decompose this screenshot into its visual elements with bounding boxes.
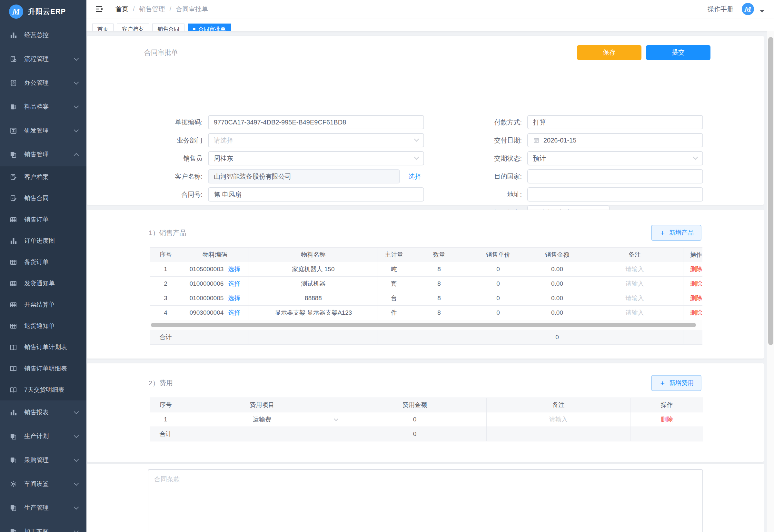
products-title: 1）销售产品 (149, 228, 186, 237)
breadcrumb-home[interactable]: 首页 (115, 5, 128, 14)
customer-pick-link[interactable]: 选择 (408, 172, 421, 181)
row-delete-link[interactable]: 删除 (690, 280, 702, 287)
copy-doc-icon (10, 504, 17, 512)
row-delete-link[interactable]: 删除 (661, 416, 673, 423)
sidebar-item-sales-report[interactable]: 销售报表 (0, 400, 86, 424)
payment-input[interactable]: 打算 (527, 115, 703, 129)
sidebar-item-return-notice[interactable]: 退货通知单 (0, 315, 86, 337)
products-header: 1）销售产品 ＋新增产品 (87, 210, 764, 241)
sidebar-item-processing-workshop[interactable]: 加工车间 (0, 520, 86, 532)
add-product-button[interactable]: ＋新增产品 (651, 225, 701, 241)
chevron-down-icon (74, 480, 79, 486)
sidebar-nav: 经营总控 流程管理 办公管理 料品档案 研发管理 销售管理 (0, 23, 86, 532)
sidebar-item-production-plan[interactable]: 生产计划 (0, 424, 86, 448)
open-book-icon (10, 386, 17, 394)
table-grid-icon (10, 259, 17, 266)
doc-code-input[interactable]: 9770CA17-3497-4DB2-995E-B49E9CF61BD8 (208, 115, 424, 129)
product-row: 1 0105000003选择 家庭机器人 150 吨 8 0 0.00 删除 (150, 262, 703, 277)
chevron-down-icon (414, 136, 419, 142)
add-fee-button[interactable]: ＋新增费用 (651, 375, 701, 391)
row-select-link[interactable]: 选择 (228, 280, 240, 287)
breadcrumb-separator: / (133, 5, 135, 13)
salesman-label: 销售员 (110, 154, 208, 163)
remark-input[interactable] (590, 309, 679, 316)
sidebar-item-production-mgmt[interactable]: 生产管理 (0, 496, 86, 520)
sidebar-item-process-mgmt[interactable]: 流程管理 (0, 47, 86, 71)
delivery-status-select[interactable]: 预计 (527, 151, 703, 165)
dest-country-input[interactable] (527, 169, 703, 183)
table-grid-icon (10, 322, 17, 330)
department-select[interactable]: 请选择 (208, 133, 424, 147)
sidebar-item-office-mgmt[interactable]: 办公管理 (0, 71, 86, 95)
address-input[interactable] (527, 187, 703, 202)
avatar[interactable]: M (742, 3, 754, 15)
copy-doc-icon (10, 151, 17, 158)
save-button[interactable]: 保存 (577, 45, 641, 60)
sidebar-item-business-overview[interactable]: 经营总控 (0, 23, 86, 47)
chevron-down-icon (334, 417, 338, 421)
delivery-date-label: 交付日期: (451, 136, 527, 145)
topbar-right: 操作手册 M (708, 3, 764, 15)
tab-customer-archive[interactable]: 客户档案 (117, 24, 149, 31)
remark-input[interactable] (590, 266, 679, 273)
sidebar-item-sales-order[interactable]: 销售订单 (0, 209, 86, 230)
breadcrumb-section[interactable]: 销售管理 (139, 5, 165, 14)
row-select-link[interactable]: 选择 (228, 309, 240, 316)
sidebar-item-rnd-mgmt[interactable]: 研发管理 (0, 119, 86, 143)
main-content: 合同审批单 保存 提交 单据编码: 9770CA17-3497-4DB2-995… (86, 31, 764, 532)
sidebar-item-7day-delivery-detail[interactable]: 7天交货明细表 (0, 379, 86, 400)
col-price: 销售单价 (468, 248, 528, 262)
calendar-icon (533, 137, 540, 143)
sidebar: M 升阳云ERP 经营总控 流程管理 办公管理 料品档案 研发管理 (0, 0, 86, 532)
row-select-link[interactable]: 选择 (228, 266, 240, 272)
tags-view-bar: 首页 客户档案 销售合同 合同审批单 (86, 18, 774, 31)
contract-form-card: 合同审批单 保存 提交 单据编码: 9770CA17-3497-4DB2-995… (87, 36, 764, 205)
contract-terms-textarea[interactable] (148, 469, 703, 532)
submit-button[interactable]: 提交 (646, 45, 710, 60)
row-delete-link[interactable]: 删除 (690, 266, 702, 272)
form-body: 单据编码: 9770CA17-3497-4DB2-995E-B49E9CF61B… (87, 69, 764, 205)
sidebar-item-workshop-settings[interactable]: 车间设置 (0, 472, 86, 496)
row-select-link[interactable]: 选择 (228, 295, 240, 301)
sidebar-item-invoice-settlement[interactable]: 开票结算单 (0, 294, 86, 315)
fees-table-wrap: 序号 费用项目 费用金额 备注 操作 1 运输费 0 删除 (150, 398, 703, 441)
tab-sales-contract[interactable]: 销售合同 (152, 24, 184, 31)
sidebar-item-stock-order[interactable]: 备货订单 (0, 251, 86, 273)
sidebar-item-shipping-notice[interactable]: 发货通知单 (0, 273, 86, 294)
manual-link[interactable]: 操作手册 (708, 5, 733, 14)
remark-input[interactable] (590, 295, 679, 302)
vertical-scrollbar[interactable] (767, 31, 774, 532)
col-amount: 销售金额 (528, 248, 586, 262)
table-grid-icon (10, 216, 17, 223)
salesman-select[interactable]: 周桂东 (208, 151, 424, 165)
sidebar-fold-icon[interactable] (95, 5, 103, 13)
sidebar-item-order-progress[interactable]: 订单进度图 (0, 230, 86, 251)
chevron-down-icon (74, 433, 79, 438)
row-delete-link[interactable]: 删除 (690, 295, 702, 301)
fee-item-select[interactable]: 运输费 (181, 412, 343, 427)
app-name: 升阳云ERP (28, 7, 66, 16)
chevron-down-icon (74, 528, 79, 532)
tab-home[interactable]: 首页 (92, 24, 114, 31)
tab-contract-approval[interactable]: 合同审批单 (188, 24, 231, 31)
delivery-date-picker[interactable]: 2026-01-15 (527, 133, 703, 147)
contract-no-input[interactable]: 第 电风扇 (208, 187, 424, 202)
row-delete-link[interactable]: 删除 (690, 309, 702, 316)
remark-input[interactable] (590, 280, 679, 287)
products-table: 序号 物料编码 物料名称 主计量 数量 销售单价 销售金额 备注 操作 1 01 (150, 247, 702, 320)
sidebar-item-customer-archive[interactable]: 客户档案 (0, 166, 86, 188)
sidebar-item-sales-order-detail[interactable]: 销售订单明细表 (0, 358, 86, 379)
address-label: 地址: (451, 190, 527, 199)
sidebar-item-materials-archive[interactable]: 料品档案 (0, 95, 86, 119)
sidebar-item-purchase-mgmt[interactable]: 采购管理 (0, 448, 86, 472)
sidebar-item-sales-mgmt[interactable]: 销售管理 (0, 143, 86, 166)
col-unit: 主计量 (378, 248, 410, 262)
vertical-scrollbar-thumb[interactable] (768, 37, 773, 345)
remark-input[interactable] (492, 416, 624, 423)
user-menu-caret-icon[interactable] (760, 10, 764, 13)
sidebar-item-sales-contract[interactable]: 销售合同 (0, 188, 86, 209)
horizontal-scrollbar[interactable] (150, 320, 702, 330)
horizontal-scrollbar-thumb[interactable] (151, 323, 696, 327)
sidebar-item-sales-order-plan[interactable]: 销售订单计划表 (0, 337, 86, 358)
col-material-code: 物料编码 (181, 248, 249, 262)
